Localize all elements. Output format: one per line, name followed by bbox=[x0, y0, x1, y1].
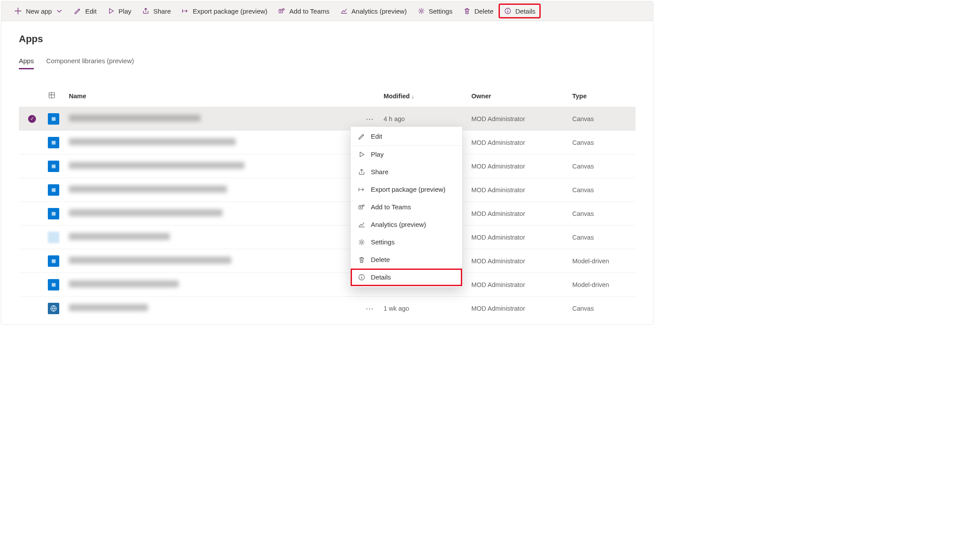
app-type-icon: ▦ bbox=[48, 255, 59, 267]
delete-button[interactable]: Delete bbox=[459, 4, 498, 18]
menu-share[interactable]: Share bbox=[351, 163, 462, 181]
add-to-teams-button[interactable]: Add to Teams bbox=[273, 4, 334, 18]
table-row[interactable]: ⋯1 wk agoMOD AdministratorCanvas bbox=[19, 296, 635, 320]
row-more-actions[interactable]: ⋯ bbox=[359, 112, 381, 125]
edit-button[interactable]: Edit bbox=[69, 4, 101, 18]
menu-settings[interactable]: Settings bbox=[351, 233, 462, 251]
menu-export-package[interactable]: Export package (preview) bbox=[351, 181, 462, 198]
analytics-button[interactable]: Analytics (preview) bbox=[336, 4, 411, 18]
tab-component-libraries[interactable]: Component libraries (preview) bbox=[46, 57, 134, 69]
app-type-icon: ▦ bbox=[48, 137, 59, 148]
app-type-icon: ▦ bbox=[48, 279, 59, 290]
menu-edit[interactable]: Edit bbox=[351, 128, 462, 145]
edit-label: Edit bbox=[85, 7, 97, 15]
table-row[interactable]: ▦MOD AdministratorCanvas bbox=[19, 178, 635, 201]
table-row[interactable]: ▦MOD AdministratorCanvas bbox=[19, 154, 635, 178]
selected-check-icon[interactable]: ✓ bbox=[28, 115, 36, 123]
app-type-icon: ▦ bbox=[48, 184, 59, 196]
edit-icon bbox=[74, 7, 82, 15]
cell-owner: MOD Administrator bbox=[469, 137, 570, 148]
cell-owner: MOD Administrator bbox=[469, 280, 570, 290]
export-package-button[interactable]: Export package (preview) bbox=[177, 4, 272, 18]
sort-arrow-icon: ↓ bbox=[412, 93, 415, 100]
delete-icon bbox=[358, 256, 366, 264]
settings-button[interactable]: Settings bbox=[413, 4, 457, 18]
cell-owner: MOD Administrator bbox=[469, 161, 570, 172]
table-row[interactable]: ✓▦⋯4 h agoMOD AdministratorCanvas bbox=[19, 107, 635, 130]
app-type-icon: ▦ bbox=[48, 161, 59, 172]
tab-strip: Apps Component libraries (preview) bbox=[19, 57, 635, 69]
view-switcher[interactable] bbox=[45, 90, 66, 102]
context-menu: Edit Play Share Export package (preview)… bbox=[350, 126, 463, 287]
settings-icon bbox=[358, 238, 366, 246]
menu-play[interactable]: Play bbox=[351, 145, 462, 163]
cell-modified: 4 h ago bbox=[381, 114, 469, 124]
delete-label: Delete bbox=[474, 7, 493, 15]
export-package-label: Export package (preview) bbox=[193, 7, 267, 15]
app-name-redacted bbox=[69, 304, 148, 311]
table-row[interactable]: MOD AdministratorCanvas bbox=[19, 225, 635, 249]
app-name-redacted bbox=[69, 115, 201, 122]
share-icon bbox=[142, 7, 150, 15]
share-button[interactable]: Share bbox=[137, 4, 175, 18]
play-label: Play bbox=[118, 7, 131, 15]
settings-label: Settings bbox=[429, 7, 452, 15]
cell-modified: 1 wk ago bbox=[381, 303, 469, 314]
edit-icon bbox=[358, 133, 366, 140]
table-row[interactable]: ▦MOD AdministratorCanvas bbox=[19, 130, 635, 154]
app-type-icon: ▦ bbox=[48, 113, 59, 125]
new-app-button[interactable]: New app bbox=[9, 4, 68, 18]
app-type-icon: ▦ bbox=[48, 208, 59, 219]
cell-owner: MOD Administrator bbox=[469, 208, 570, 219]
cell-type: Canvas bbox=[570, 232, 635, 243]
app-name-redacted bbox=[69, 280, 179, 287]
content-area: Apps Apps Component libraries (preview) … bbox=[1, 21, 653, 324]
settings-icon bbox=[417, 7, 425, 15]
menu-delete[interactable]: Delete bbox=[351, 251, 462, 269]
menu-analytics[interactable]: Analytics (preview) bbox=[351, 216, 462, 233]
details-label: Details bbox=[515, 7, 535, 15]
table-row[interactable]: ▦MOD AdministratorCanvas bbox=[19, 201, 635, 225]
col-type[interactable]: Type bbox=[570, 91, 635, 101]
analytics-icon bbox=[358, 221, 366, 229]
analytics-icon bbox=[340, 7, 348, 15]
cell-type: Canvas bbox=[570, 208, 635, 219]
apps-table: Name Modified↓ Owner Type ✓▦⋯4 h agoMOD … bbox=[19, 85, 635, 320]
col-modified[interactable]: Modified↓ bbox=[381, 91, 469, 101]
cell-owner: MOD Administrator bbox=[469, 114, 570, 124]
menu-add-to-teams[interactable]: Add to Teams bbox=[351, 198, 462, 216]
teams-icon bbox=[358, 203, 366, 211]
new-app-label: New app bbox=[26, 7, 52, 15]
tab-apps[interactable]: Apps bbox=[19, 57, 34, 69]
page-title: Apps bbox=[19, 33, 635, 45]
cell-owner: MOD Administrator bbox=[469, 303, 570, 314]
info-icon bbox=[504, 7, 512, 15]
app-name-redacted bbox=[69, 162, 244, 169]
cell-owner: MOD Administrator bbox=[469, 232, 570, 243]
info-icon bbox=[358, 273, 366, 281]
teams-icon bbox=[278, 7, 286, 15]
table-header: Name Modified↓ Owner Type bbox=[19, 85, 635, 107]
play-button[interactable]: Play bbox=[103, 4, 136, 18]
row-more-actions[interactable]: ⋯ bbox=[359, 302, 381, 315]
share-icon bbox=[358, 168, 366, 176]
share-label: Share bbox=[153, 7, 171, 15]
details-button[interactable]: Details bbox=[499, 4, 540, 18]
cell-type: Canvas bbox=[570, 161, 635, 172]
col-owner[interactable]: Owner bbox=[469, 91, 570, 101]
cell-type: Canvas bbox=[570, 114, 635, 124]
app-frame: New app Edit Play Share Export package (… bbox=[1, 1, 653, 325]
app-name-redacted bbox=[69, 138, 236, 145]
command-bar: New app Edit Play Share Export package (… bbox=[1, 1, 653, 21]
table-row[interactable]: ▦MOD AdministratorModel-driven bbox=[19, 272, 635, 296]
menu-details[interactable]: Details bbox=[351, 269, 462, 286]
table-row[interactable]: ▦MOD AdministratorModel-driven bbox=[19, 249, 635, 272]
app-type-icon bbox=[48, 303, 59, 314]
analytics-label: Analytics (preview) bbox=[352, 7, 407, 15]
app-name-redacted bbox=[69, 233, 170, 240]
col-name[interactable]: Name bbox=[66, 91, 359, 101]
delete-icon bbox=[463, 7, 471, 15]
app-name-redacted bbox=[69, 186, 227, 193]
cell-type: Model-driven bbox=[570, 280, 635, 290]
cell-type: Model-driven bbox=[570, 256, 635, 266]
